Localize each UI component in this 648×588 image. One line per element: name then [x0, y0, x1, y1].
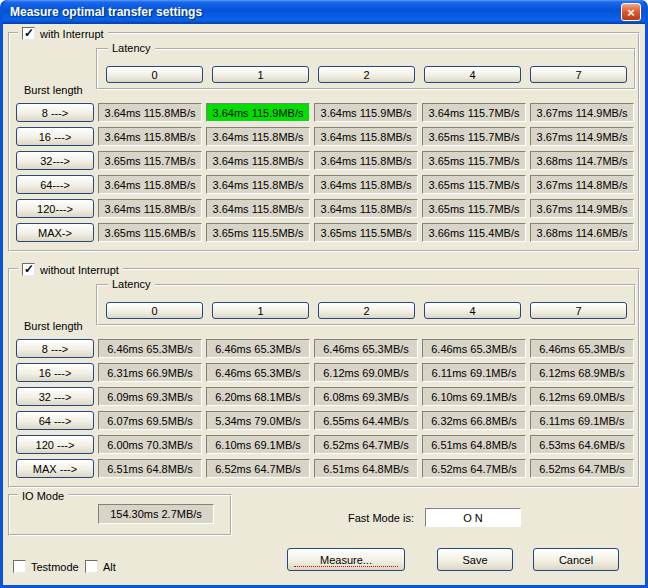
wi-result-cell: 3.64ms 115.8MB/s [98, 199, 202, 218]
wi-burst-buttons: 8 ---> 16 ---> 32---> 64---> 120---> MAX… [16, 103, 94, 242]
wi-latency-col-0-button[interactable]: 0 [106, 66, 203, 83]
window-title: Measure optimal transfer settings [10, 5, 202, 19]
close-button[interactable]: × [621, 3, 641, 21]
wo-result-cell: 6.46ms 65.3MB/s [206, 339, 310, 358]
with-interrupt-checkbox[interactable] [22, 27, 35, 40]
wi-latency-col-4-button[interactable]: 4 [424, 66, 521, 83]
fast-mode-label: Fast Mode is: [348, 512, 414, 524]
cancel-button[interactable]: Cancel [533, 548, 619, 571]
wi-burst-max-button[interactable]: MAX-> [16, 223, 94, 242]
wo-burst-length-label: Burst length [24, 320, 83, 332]
wi-result-cell: 3.68ms 114.6MB/s [530, 223, 634, 242]
wi-result-cell: 3.65ms 115.7MB/s [422, 151, 526, 170]
wi-result-cell: 3.65ms 115.7MB/s [422, 127, 526, 146]
wo-latency-col-4-button[interactable]: 4 [424, 302, 521, 319]
without-interrupt-label: without Interrupt [40, 264, 119, 276]
without-interrupt-group: without Interrupt Latency 0 1 2 4 7 Burs… [8, 268, 640, 488]
dialog-body: with Interrupt Latency 0 1 2 4 7 Burst l… [3, 24, 645, 585]
wo-burst-8-button[interactable]: 8 ---> [16, 339, 94, 358]
wo-burst-max-button[interactable]: MAX ---> [16, 459, 94, 478]
wo-result-cell: 6.07ms 69.5MB/s [98, 411, 202, 430]
wi-result-cell: 3.65ms 115.7MB/s [422, 175, 526, 194]
wi-result-cell: 3.64ms 115.8MB/s [206, 175, 310, 194]
wo-latency-group: Latency 0 1 2 4 7 [96, 284, 636, 326]
measure-focus-mark [294, 566, 398, 567]
wo-result-cell: 5.34ms 79.0MB/s [206, 411, 310, 430]
wo-result-cell: 6.31ms 66.9MB/s [98, 363, 202, 382]
wo-burst-buttons: 8 ---> 16 ---> 32 ---> 64 ---> 120 ---> … [16, 339, 94, 478]
alt-checkbox[interactable] [85, 560, 98, 573]
wo-result-cell: 6.46ms 65.3MB/s [422, 339, 526, 358]
wi-burst-64-button[interactable]: 64---> [16, 175, 94, 194]
wi-result-cell: 3.65ms 115.7MB/s [422, 199, 526, 218]
wo-result-cell: 6.12ms 69.0MB/s [314, 363, 418, 382]
io-mode-value: 154.30ms 2.7MB/s [98, 504, 214, 524]
testmode-label: Testmode [31, 561, 79, 573]
alt-label: Alt [103, 561, 116, 573]
wo-result-cell: 6.51ms 64.8MB/s [98, 459, 202, 478]
wi-burst-32-button[interactable]: 32---> [16, 151, 94, 170]
wo-result-cell: 6.46ms 65.3MB/s [530, 339, 634, 358]
wo-burst-64-button[interactable]: 64 ---> [16, 411, 94, 430]
wo-result-cell: 6.55ms 64.4MB/s [314, 411, 418, 430]
wi-result-cell: 3.64ms 115.8MB/s [206, 151, 310, 170]
io-mode-group: IO Mode 154.30ms 2.7MB/s [8, 494, 232, 536]
wo-latency-col-1-button[interactable]: 1 [212, 302, 309, 319]
wi-result-cell: 3.65ms 115.5MB/s [314, 223, 418, 242]
wo-latency-label: Latency [108, 278, 155, 290]
wi-result-cell: 3.64ms 115.8MB/s [314, 199, 418, 218]
io-mode-legend: IO Mode [18, 488, 68, 503]
wo-result-cell: 6.53ms 64.6MB/s [530, 435, 634, 454]
testmode-checkbox[interactable] [13, 560, 26, 573]
fast-mode-value: O N [425, 508, 521, 527]
wo-result-cell: 6.52ms 64.7MB/s [422, 459, 526, 478]
wi-result-cell: 3.67ms 114.9MB/s [530, 103, 634, 122]
wo-result-cell: 6.32ms 66.8MB/s [422, 411, 526, 430]
wi-result-cell: 3.64ms 115.8MB/s [98, 103, 202, 122]
with-interrupt-group: with Interrupt Latency 0 1 2 4 7 Burst l… [8, 32, 640, 252]
measure-button[interactable]: Measure... [287, 548, 405, 571]
save-button[interactable]: Save [437, 548, 513, 571]
wi-latency-col-2-button[interactable]: 2 [318, 66, 415, 83]
wi-burst-120-button[interactable]: 120---> [16, 199, 94, 218]
dialog-window: Measure optimal transfer settings × with… [0, 0, 648, 588]
without-interrupt-legend: without Interrupt [18, 262, 123, 277]
wi-best-result-cell: 3.64ms 115.9MB/s [206, 103, 310, 122]
wo-result-cell: 6.52ms 64.7MB/s [314, 435, 418, 454]
wi-latency-col-1-button[interactable]: 1 [212, 66, 309, 83]
wo-result-cell: 6.11ms 69.1MB/s [422, 363, 526, 382]
wi-result-cell: 3.64ms 115.8MB/s [98, 127, 202, 146]
wi-burst-8-button[interactable]: 8 ---> [16, 103, 94, 122]
wi-result-cell: 3.65ms 115.6MB/s [98, 223, 202, 242]
wo-latency-col-2-button[interactable]: 2 [318, 302, 415, 319]
wo-result-cell: 6.46ms 65.3MB/s [98, 339, 202, 358]
wi-result-cell: 3.68ms 114.7MB/s [530, 151, 634, 170]
wo-result-cell: 6.52ms 64.7MB/s [530, 459, 634, 478]
wi-result-cell: 3.67ms 114.9MB/s [530, 127, 634, 146]
wo-result-cell: 6.51ms 64.8MB/s [314, 459, 418, 478]
wo-result-cell: 6.46ms 65.3MB/s [314, 339, 418, 358]
wo-burst-120-button[interactable]: 120 ---> [16, 435, 94, 454]
wo-result-cell: 6.08ms 69.3MB/s [314, 387, 418, 406]
wo-results-grid: 6.46ms 65.3MB/s 6.46ms 65.3MB/s 6.46ms 6… [98, 339, 634, 478]
wi-result-cell: 3.64ms 115.9MB/s [314, 103, 418, 122]
wo-result-cell: 6.10ms 69.1MB/s [206, 435, 310, 454]
wo-burst-32-button[interactable]: 32 ---> [16, 387, 94, 406]
wi-burst-16-button[interactable]: 16 ---> [16, 127, 94, 146]
with-interrupt-label: with Interrupt [40, 28, 104, 40]
wo-burst-16-button[interactable]: 16 ---> [16, 363, 94, 382]
alt-row: Alt [85, 560, 116, 573]
wi-result-cell: 3.64ms 115.8MB/s [206, 127, 310, 146]
wo-result-cell: 6.46ms 65.3MB/s [206, 363, 310, 382]
wi-latency-col-7-button[interactable]: 7 [530, 66, 627, 83]
wi-latency-label: Latency [108, 42, 155, 54]
measure-button-label: Measure... [320, 554, 372, 566]
wo-latency-columns: 0 1 2 4 7 [106, 302, 627, 319]
wo-latency-col-0-button[interactable]: 0 [106, 302, 203, 319]
wo-result-cell: 6.52ms 64.7MB/s [206, 459, 310, 478]
without-interrupt-checkbox[interactable] [22, 263, 35, 276]
wo-result-cell: 6.12ms 69.0MB/s [530, 387, 634, 406]
close-icon: × [627, 6, 635, 19]
wi-results-grid: 3.64ms 115.8MB/s 3.64ms 115.9MB/s 3.64ms… [98, 103, 634, 242]
wo-latency-col-7-button[interactable]: 7 [530, 302, 627, 319]
